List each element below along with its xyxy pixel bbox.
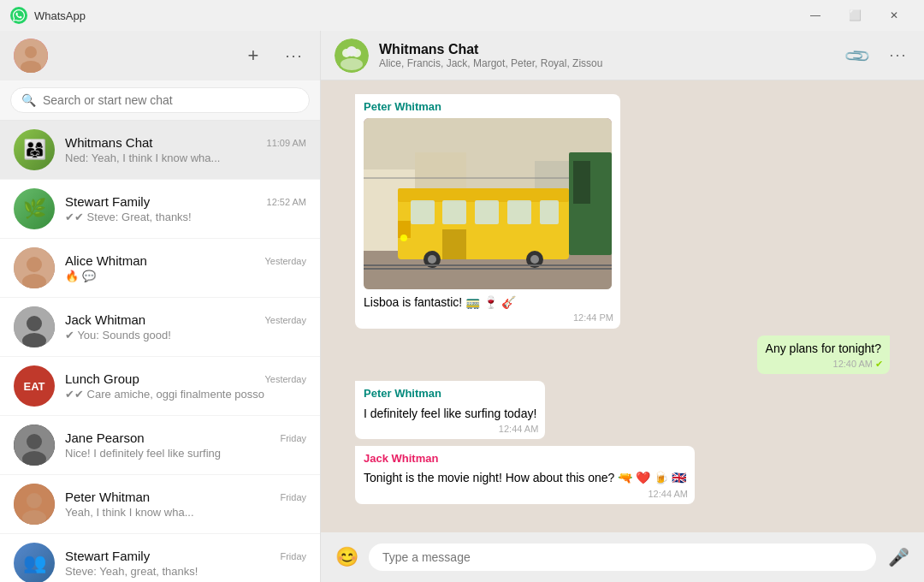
- svg-rect-30: [507, 200, 531, 224]
- avatar-whitmans: 👨‍👩‍👧: [14, 129, 55, 170]
- titlebar-left: WhatsApp: [10, 7, 86, 24]
- chat-item-peter[interactable]: Peter Whitman Friday Yeah, I think I kno…: [0, 475, 320, 534]
- close-button[interactable]: ✕: [874, 0, 914, 31]
- chat-list: 👨‍👩‍👧 Whitmans Chat 11:09 AM Ned: Yeah, …: [0, 121, 320, 582]
- chat-input-bar: 😊 🎤: [321, 532, 924, 582]
- emoji-button[interactable]: 😊: [335, 545, 358, 569]
- svg-rect-27: [411, 200, 435, 224]
- my-avatar-img: [14, 39, 48, 73]
- group-avatar-svg: [335, 39, 369, 73]
- mic-button[interactable]: 🎤: [886, 545, 910, 569]
- chat-info-lunch: Lunch Group Yesterday ✔✔ Care amiche, og…: [65, 371, 306, 401]
- chat-info-whitmans: Whitmans Chat 11:09 AM Ned: Yeah, I thin…: [65, 135, 306, 164]
- msg-time-msg4: 12:44 AM: [648, 488, 687, 501]
- svg-rect-31: [540, 200, 559, 224]
- chat-preview-jack: ✔ You: Sounds good!: [65, 329, 306, 341]
- msg-text-msg1: Lisboa is fantastic! 🚃 🍷 🎸: [364, 295, 516, 309]
- svg-point-19: [346, 46, 357, 56]
- chat-preview-stewart2: Steve: Yeah, great, thanks!: [65, 565, 306, 578]
- new-chat-button[interactable]: +: [241, 44, 265, 68]
- chat-info-peter: Peter Whitman Friday Yeah, I think I kno…: [65, 490, 306, 519]
- bubble-msg2: Any plans for tonight?12:40 AM ✔: [757, 336, 890, 375]
- chat-preview-stewart: ✔✔ Steve: Great, thanks!: [65, 211, 306, 223]
- chat-messages: Peter Whitman: [321, 80, 924, 532]
- chat-item-lunch[interactable]: EAT Lunch Group Yesterday ✔✔ Care amiche…: [0, 357, 320, 416]
- minimize-button[interactable]: —: [796, 0, 835, 31]
- maximize-button[interactable]: ⬜: [835, 0, 874, 31]
- sidebar-header: + ···: [0, 31, 320, 80]
- chat-item-alice[interactable]: Alice Whitman Yesterday 🔥 💬: [0, 239, 320, 298]
- chat-item-whitmans[interactable]: 👨‍👩‍👧 Whitmans Chat 11:09 AM Ned: Yeah, …: [0, 121, 320, 180]
- chat-item-jane[interactable]: Jane Pearson Friday Nice! I definitely f…: [0, 416, 320, 475]
- avatar-peter: [14, 484, 55, 525]
- bubble-msg1: Peter Whitman: [355, 94, 620, 329]
- chat-menu-button[interactable]: ···: [886, 44, 910, 68]
- chat-item-stewart2[interactable]: 👥 Stewart Family Friday Steve: Yeah, gre…: [0, 534, 320, 582]
- avatar-stewart: 🌿: [14, 188, 55, 229]
- svg-point-41: [400, 235, 407, 241]
- attach-button[interactable]: 📎: [840, 39, 874, 73]
- search-input[interactable]: [43, 93, 299, 107]
- avatar-jane: [14, 425, 55, 466]
- chat-header-name: Whitmans Chat: [379, 42, 835, 57]
- chat-name-stewart2: Stewart Family: [65, 549, 150, 563]
- my-avatar[interactable]: [14, 39, 48, 73]
- svg-rect-26: [398, 188, 569, 202]
- msg-sender-msg3: Peter Whitman: [364, 386, 536, 401]
- app-container: + ··· 🔍 👨‍👩‍👧 Whitmans Chat 11:09 AM Ned…: [0, 31, 924, 582]
- chat-info-stewart: Stewart Family 12:52 AM ✔✔ Steve: Great,…: [65, 194, 306, 223]
- chat-name-whitmans: Whitmans Chat: [65, 135, 153, 150]
- chat-header-avatar[interactable]: [335, 39, 369, 73]
- msg-time-msg3: 12:44 AM: [499, 423, 538, 436]
- svg-rect-32: [442, 229, 466, 259]
- chat-info-alice: Alice Whitman Yesterday 🔥 💬: [65, 253, 306, 282]
- svg-point-10: [27, 434, 42, 449]
- search-bar: 🔍: [0, 80, 320, 121]
- chat-header-members: Alice, Francis, Jack, Margot, Peter, Roy…: [379, 57, 835, 69]
- chat-time-stewart2: Friday: [280, 551, 306, 561]
- msg-text-msg3: I definitely feel like surfing today!: [364, 407, 536, 420]
- msg-time-msg2: 12:40 AM ✔: [833, 358, 883, 371]
- chat-info-jack: Jack Whitman Yesterday ✔ You: Sounds goo…: [65, 312, 306, 341]
- chat-time-whitmans: 11:09 AM: [267, 138, 306, 148]
- message-msg3: Peter WhitmanI definitely feel like surf…: [355, 381, 890, 439]
- chat-info-stewart2: Stewart Family Friday Steve: Yeah, great…: [65, 549, 306, 578]
- tram-svg: [364, 118, 612, 289]
- chat-preview-lunch: ✔✔ Care amiche, oggi finalmente posso: [65, 388, 306, 401]
- svg-point-34: [428, 255, 436, 264]
- chat-preview-whitmans: Ned: Yeah, I think I know wha...: [65, 151, 306, 164]
- message-input[interactable]: [369, 543, 876, 571]
- chat-name-peter: Peter Whitman: [65, 490, 150, 504]
- chat-header: Whitmans Chat Alice, Francis, Jack, Marg…: [321, 31, 924, 80]
- msg-sender-msg4: Jack Whitman: [364, 451, 686, 466]
- svg-point-4: [27, 257, 42, 272]
- message-msg2: Any plans for tonight?12:40 AM ✔: [355, 336, 890, 375]
- message-msg4: Jack WhitmanTonight is the movie night! …: [355, 446, 890, 504]
- chat-item-jack[interactable]: Jack Whitman Yesterday ✔ You: Sounds goo…: [0, 298, 320, 357]
- chat-time-peter: Friday: [280, 492, 306, 502]
- msg-text-msg4: Tonight is the movie night! How about th…: [364, 471, 686, 484]
- chat-time-alice: Yesterday: [264, 256, 306, 266]
- chat-preview-alice: 🔥 💬: [65, 270, 306, 282]
- chat-time-lunch: Yesterday: [264, 374, 306, 384]
- avatar-lunch: EAT: [14, 365, 55, 407]
- chat-name-jane: Jane Pearson: [65, 431, 145, 445]
- menu-button[interactable]: ···: [282, 44, 306, 68]
- chat-name-lunch: Lunch Group: [65, 371, 139, 386]
- chat-preview-jane: Nice! I definitely feel like surfing: [65, 447, 306, 460]
- chat-name-jack: Jack Whitman: [65, 312, 145, 327]
- sidebar-actions: + ···: [241, 44, 306, 68]
- chat-time-stewart: 12:52 AM: [267, 197, 306, 207]
- chat-time-jane: Friday: [280, 433, 306, 443]
- message-msg1: Peter Whitman: [355, 94, 890, 329]
- titlebar: WhatsApp — ⬜ ✕: [0, 0, 924, 31]
- whatsapp-icon: [13, 9, 25, 21]
- chat-name-stewart: Stewart Family: [65, 194, 150, 209]
- avatar-stewart2: 👥: [14, 543, 55, 582]
- svg-rect-43: [573, 161, 590, 204]
- app-logo: [10, 7, 27, 24]
- chat-item-stewart[interactable]: 🌿 Stewart Family 12:52 AM ✔✔ Steve: Grea…: [0, 180, 320, 239]
- svg-point-7: [27, 316, 42, 331]
- svg-point-36: [530, 255, 539, 264]
- bubble-msg3: Peter WhitmanI definitely feel like surf…: [355, 381, 545, 439]
